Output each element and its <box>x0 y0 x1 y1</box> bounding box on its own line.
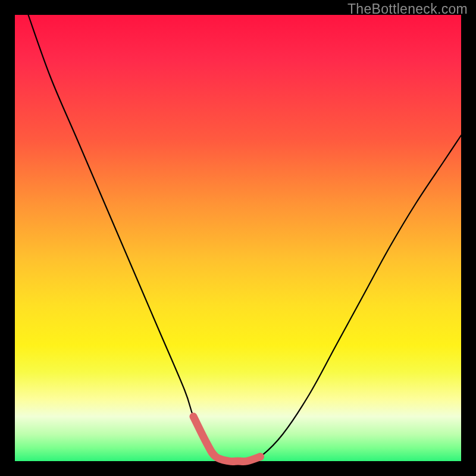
watermark-text: TheBottleneck.com <box>347 1 468 17</box>
plot-area <box>15 15 461 461</box>
optimal-band-path <box>193 416 261 462</box>
chart-frame: TheBottleneck.com <box>0 0 476 476</box>
bottleneck-curve-path <box>29 15 462 462</box>
chart-svg <box>15 15 461 461</box>
